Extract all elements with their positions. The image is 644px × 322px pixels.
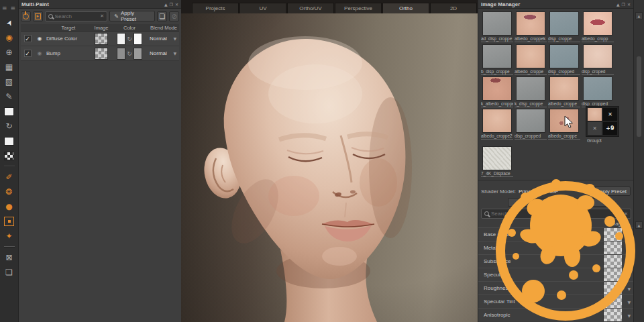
paint-through-tool-icon[interactable] <box>2 215 17 228</box>
shader-property-row[interactable]: Roughness ▼ <box>478 281 634 294</box>
shader-search-input[interactable] <box>491 211 621 217</box>
property-image-swatch[interactable] <box>603 268 622 281</box>
property-image-swatch[interactable] <box>603 295 622 308</box>
transparency-swatch[interactable] <box>2 149 17 162</box>
apply-preset-button[interactable]: ✎ Apply Preset <box>109 11 155 21</box>
texture-thumbnail[interactable] <box>549 76 579 101</box>
texture-thumbnail[interactable] <box>549 44 579 68</box>
chevron-down-icon[interactable]: ▼ <box>627 273 631 278</box>
color-swatch[interactable] <box>117 33 125 45</box>
image-thumbnail[interactable] <box>95 48 108 60</box>
brush-tool-icon[interactable]: ✐ <box>2 170 17 184</box>
texture-thumbnail[interactable] <box>583 76 612 101</box>
color-swatch[interactable] <box>117 48 125 60</box>
header-image[interactable]: Image <box>92 25 111 31</box>
header-blend-mode[interactable]: Blend Mode <box>148 25 179 31</box>
tab-uv[interactable]: UV <box>239 3 286 13</box>
chevron-down-icon[interactable]: ▼ <box>627 260 631 264</box>
grip-icon[interactable]: ≡ ≡ <box>2 1 17 15</box>
apply-preset-button[interactable]: Apply Preset <box>592 186 631 196</box>
paint-target-icon[interactable]: ◉ <box>2 31 17 44</box>
sphere-tool-icon[interactable]: ● <box>2 200 17 213</box>
shader-property-row[interactable]: Metallic ▼ <box>478 241 634 254</box>
swap-colors-icon[interactable]: ↻ <box>2 119 17 133</box>
shader-property-row[interactable]: Specular ▼ <box>478 268 634 281</box>
chevron-down-icon[interactable]: ▼ <box>627 286 631 291</box>
enable-button[interactable] <box>21 11 31 21</box>
shader-property-row[interactable]: Base Color ▼ <box>478 227 634 241</box>
shader-property-row[interactable]: Subsurface ▼ <box>478 254 634 268</box>
grid-icon[interactable]: ▦ <box>2 60 17 74</box>
texture-thumbnail[interactable] <box>516 44 545 68</box>
property-image-swatch[interactable] <box>603 309 622 321</box>
spark-tool-icon[interactable]: ✦ <box>2 229 17 243</box>
minimize-icon[interactable]: ▲ <box>164 2 168 7</box>
sort-up-button[interactable]: ▲ <box>635 221 643 229</box>
table-row[interactable]: ✓ ◉ Diffuse Color ↻ Normal ▼ <box>21 32 179 46</box>
search-field[interactable]: ✕ <box>45 11 108 21</box>
property-image-swatch[interactable] <box>603 228 622 241</box>
table-row[interactable]: ✓ ◉ Bump ↻ Normal ▼ <box>21 46 179 61</box>
blend-mode-dropdown[interactable]: Normal ▼ <box>148 50 179 56</box>
visibility-icon[interactable]: ◉ <box>38 50 42 56</box>
mirror-tool-icon[interactable]: ⊠ <box>2 251 17 264</box>
header-color[interactable]: Color <box>111 25 148 31</box>
property-image-swatch[interactable] <box>603 282 622 294</box>
texture-thumbnail[interactable] <box>583 11 612 36</box>
image-column-header[interactable]: Image <box>610 221 624 227</box>
row-checkbox[interactable]: ✓ <box>24 35 32 42</box>
image-group-tile[interactable]: ✕ ✕ +9 <box>586 106 619 137</box>
auto-assign-images-button[interactable]: Auto-Assign Images <box>508 198 610 207</box>
shader-property-row[interactable]: Specular Tint ▼ <box>478 294 634 308</box>
foreground-color-swatch[interactable] <box>2 105 17 118</box>
close-icon[interactable]: ✕ <box>175 2 178 7</box>
multi-paint-titlebar[interactable]: Multi-Paint ▲ ❐ ✕ <box>19 0 181 9</box>
remove-preset-button[interactable]: ⊘ <box>169 11 179 21</box>
float-icon[interactable]: ❐ <box>170 2 173 7</box>
chevron-down-icon[interactable]: ▼ <box>627 246 631 251</box>
float-icon[interactable]: ❐ <box>622 2 625 7</box>
clear-search-icon[interactable]: ✕ <box>100 13 104 19</box>
shader-search-field[interactable]: ✕ <box>481 209 631 219</box>
close-icon[interactable]: ✕ <box>627 2 631 7</box>
color-swatch[interactable] <box>133 33 142 45</box>
refresh-icon[interactable]: ↻ <box>127 50 132 57</box>
refresh-icon[interactable]: ↻ <box>127 36 132 42</box>
texture-thumbnail[interactable] <box>516 76 545 101</box>
panel-splitter[interactable]: ····· <box>550 180 561 184</box>
chevron-down-icon[interactable]: ▼ <box>627 313 631 318</box>
scrollbar-thumb[interactable] <box>637 56 641 137</box>
minimize-icon[interactable]: ▲ <box>616 2 620 7</box>
clear-search-icon[interactable]: ✕ <box>624 211 628 217</box>
blend-mode-dropdown[interactable]: Normal ▼ <box>148 36 179 42</box>
tab-perspective[interactable]: Perspective <box>335 3 382 13</box>
shader-model-value[interactable]: Principled BRDF <box>519 189 558 195</box>
marquee-select-icon[interactable]: ▧ <box>2 75 17 89</box>
color-swatch[interactable] <box>133 48 142 60</box>
background-color-swatch[interactable] <box>2 134 17 148</box>
tab-2d[interactable]: 2D <box>430 3 477 13</box>
texture-thumbnail[interactable] <box>482 11 512 36</box>
header-target[interactable]: Target <box>45 25 92 31</box>
search-input[interactable] <box>55 13 98 19</box>
clone-tool-icon[interactable]: ❂ <box>2 185 17 199</box>
pen-icon[interactable]: ✎ <box>2 90 17 103</box>
image-thumbnail[interactable] <box>95 33 108 45</box>
texture-thumbnail[interactable] <box>516 109 545 133</box>
tab-ortho[interactable]: Ortho <box>382 3 429 13</box>
property-image-swatch[interactable] <box>603 255 622 268</box>
tab-projects[interactable]: Projects <box>192 3 239 13</box>
scroll-up-button[interactable]: ▲ <box>635 12 643 19</box>
chevron-down-icon[interactable]: ▼ <box>627 300 631 305</box>
tab-ortho-uv[interactable]: Ortho/UV <box>287 3 334 13</box>
texture-thumbnail[interactable] <box>583 44 612 68</box>
layers-tool-icon[interactable]: ❏ <box>2 266 17 279</box>
displacement-thumbnail[interactable] <box>482 146 512 170</box>
select-tool-icon[interactable]: ➤ <box>0 13 18 32</box>
chevron-down-icon[interactable]: ▼ <box>627 233 631 237</box>
visibility-icon[interactable]: ◉ <box>38 36 42 42</box>
texture-thumbnail[interactable] <box>549 11 579 36</box>
viewport-canvas[interactable] <box>181 13 478 322</box>
texture-thumbnail[interactable] <box>516 11 545 36</box>
property-image-swatch[interactable] <box>603 241 622 254</box>
